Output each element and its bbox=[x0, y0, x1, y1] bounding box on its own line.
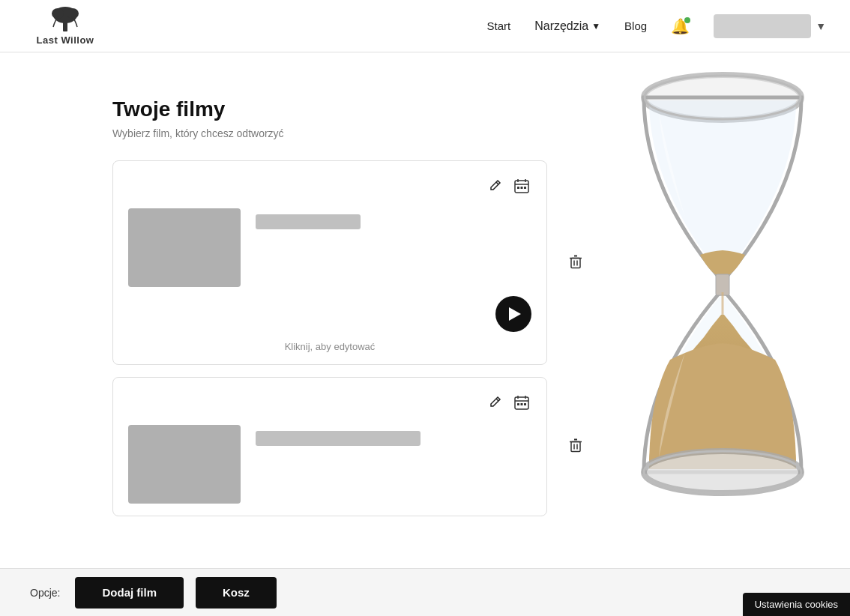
page-title: Twoje filmy bbox=[112, 97, 550, 121]
svg-rect-20 bbox=[517, 403, 519, 405]
right-panel bbox=[595, 52, 850, 603]
bottom-bar: Opcje: Dodaj film Kosz bbox=[0, 568, 850, 616]
video-card-1: Kliknij, aby edytować bbox=[112, 160, 547, 365]
nav-blog[interactable]: Blog bbox=[624, 19, 647, 32]
svg-rect-8 bbox=[517, 187, 519, 189]
user-chevron-icon: ▼ bbox=[816, 20, 826, 32]
content-area: Twoje filmy Wybierz film, który chcesz o… bbox=[0, 52, 595, 603]
card-1-body bbox=[128, 208, 531, 287]
trash-button[interactable]: Kosz bbox=[196, 577, 277, 609]
card-1-play-row bbox=[128, 296, 531, 332]
pencil-icon-2 bbox=[488, 396, 501, 409]
video-card-2 bbox=[112, 377, 547, 516]
card-2-top-icons bbox=[128, 393, 531, 416]
add-film-button[interactable]: Dodaj film bbox=[75, 577, 184, 609]
options-label: Opcje: bbox=[30, 587, 60, 599]
user-name-area bbox=[714, 14, 811, 38]
svg-rect-9 bbox=[521, 187, 523, 189]
calendar-icon-2 bbox=[513, 394, 530, 411]
svg-rect-22 bbox=[524, 403, 526, 405]
svg-rect-21 bbox=[521, 403, 523, 405]
page-subtitle: Wybierz film, który chcesz odtworzyć bbox=[112, 127, 550, 139]
cookies-notice[interactable]: Ustawienia cookies bbox=[743, 593, 850, 616]
nav-tools-label: Narzędzia bbox=[534, 19, 588, 33]
hourglass-image bbox=[625, 67, 820, 502]
calendar-button-2[interactable] bbox=[512, 393, 531, 416]
nav-tools-dropdown[interactable]: Narzędzia ▼ bbox=[534, 19, 600, 33]
card-1-title-placeholder bbox=[256, 214, 361, 229]
calendar-icon bbox=[513, 178, 530, 194]
trash-icon-2 bbox=[567, 437, 584, 453]
svg-rect-10 bbox=[524, 187, 526, 189]
user-dropdown[interactable]: ▼ bbox=[714, 14, 826, 38]
svg-rect-36 bbox=[716, 274, 729, 295]
svg-rect-23 bbox=[571, 442, 580, 452]
card-1-top-icons bbox=[128, 176, 531, 199]
edit-button-1[interactable] bbox=[486, 176, 503, 199]
card-1-thumbnail bbox=[128, 208, 241, 287]
notification-dot bbox=[684, 17, 690, 23]
pencil-icon bbox=[488, 179, 501, 193]
main-nav: Start Narzędzia ▼ Blog 🔔 ▼ bbox=[487, 14, 827, 38]
card-1-edit-hint: Kliknij, aby edytować bbox=[128, 341, 531, 352]
notification-bell[interactable]: 🔔 bbox=[671, 17, 690, 35]
edit-button-2[interactable] bbox=[486, 393, 503, 416]
delete-button-2[interactable] bbox=[567, 437, 584, 457]
card-2-title-placeholder bbox=[256, 431, 421, 446]
delete-button-1[interactable] bbox=[567, 253, 584, 273]
svg-rect-3 bbox=[63, 21, 67, 31]
header: Last Willow Start Narzędzia ▼ Blog 🔔 ▼ bbox=[0, 0, 850, 52]
calendar-button-1[interactable] bbox=[512, 176, 531, 199]
logo-tree-icon bbox=[47, 6, 83, 33]
play-triangle-icon bbox=[509, 307, 521, 321]
trash-icon bbox=[567, 253, 584, 269]
play-button-1[interactable] bbox=[495, 296, 531, 332]
card-2-body bbox=[128, 425, 531, 504]
chevron-down-icon: ▼ bbox=[591, 21, 600, 31]
svg-rect-11 bbox=[571, 258, 580, 268]
card-1-info bbox=[256, 208, 531, 229]
card-2-info bbox=[256, 425, 531, 446]
card-2-thumbnail bbox=[128, 425, 241, 504]
logo-text: Last Willow bbox=[37, 34, 94, 46]
logo[interactable]: Last Willow bbox=[24, 6, 106, 46]
main-layout: Twoje filmy Wybierz film, który chcesz o… bbox=[0, 52, 850, 603]
nav-start[interactable]: Start bbox=[487, 19, 511, 32]
